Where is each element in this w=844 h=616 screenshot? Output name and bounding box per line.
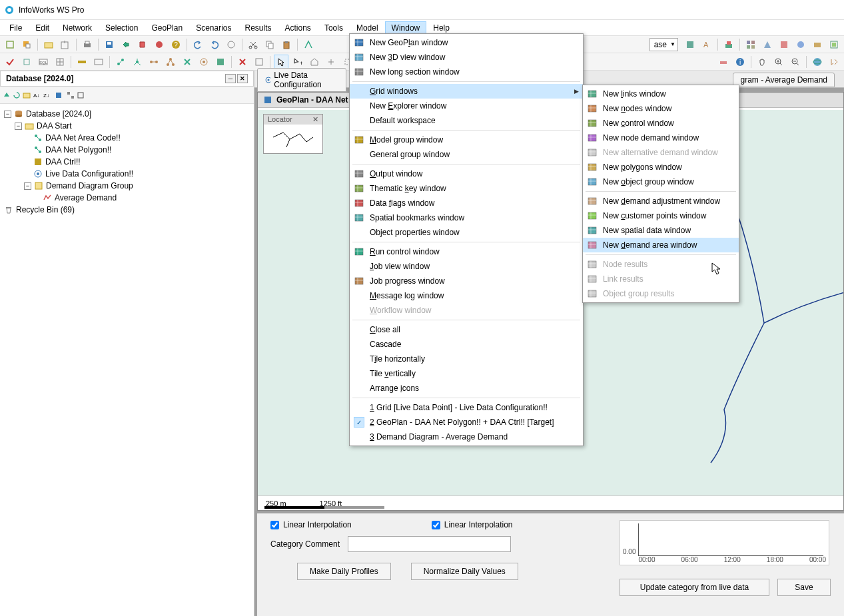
menu-item[interactable]: Message log window <box>350 288 583 303</box>
menu-item[interactable]: Arrange icons <box>350 381 583 396</box>
tool-icon[interactable] <box>324 55 338 69</box>
menu-edit[interactable]: Edit <box>29 21 56 35</box>
tool-icon[interactable] <box>23 91 31 99</box>
menu-item[interactable]: Output window <box>350 166 583 181</box>
zoom-in-icon[interactable] <box>771 55 786 69</box>
linear-interp-1-checkbox[interactable]: Linear Interpolation <box>270 520 352 529</box>
tree-item[interactable]: − Demand Diagram Group <box>4 180 250 192</box>
info-icon[interactable]: i <box>733 55 747 69</box>
menu-item[interactable]: Model group window <box>350 133 583 147</box>
tree-item[interactable]: − Database [2024.0] <box>4 108 250 120</box>
redo-icon[interactable] <box>207 37 222 52</box>
check-icon[interactable] <box>3 55 17 69</box>
help-icon[interactable]: ? <box>169 37 183 52</box>
cut-icon[interactable] <box>246 37 260 52</box>
tool-icon[interactable] <box>119 37 133 52</box>
update-category-button[interactable]: Update category from live data <box>620 579 769 596</box>
menu-item[interactable]: Default workspace <box>350 113 583 128</box>
save-icon[interactable] <box>102 37 117 52</box>
menu-item[interactable]: 3 Demand Diagram - Average Demand <box>350 430 583 444</box>
tree-item[interactable]: DAA Net Polygon!! <box>4 144 250 156</box>
menu-item[interactable]: New GeoPlan window <box>350 35 583 50</box>
panel-close-icon[interactable]: ✕ <box>237 74 248 83</box>
grid-icon[interactable] <box>53 55 67 69</box>
save-button[interactable]: Save <box>777 579 831 596</box>
up-icon[interactable] <box>3 91 11 99</box>
pointer-plus-icon[interactable]: + <box>290 55 305 69</box>
sort-icon[interactable]: A↓ <box>33 91 41 99</box>
node-icon[interactable] <box>130 55 145 69</box>
menu-item[interactable]: New Explorer window <box>350 99 583 113</box>
tree-item[interactable]: DAA Ctrl!! <box>4 156 250 168</box>
menu-file[interactable]: File <box>3 21 29 35</box>
globe-icon[interactable] <box>810 55 825 69</box>
tool-icon[interactable] <box>152 37 167 52</box>
menu-item[interactable]: Job view window <box>350 259 583 274</box>
menu-item[interactable]: Tile horizontally <box>350 352 583 366</box>
tree-item[interactable]: Average Demand <box>4 192 250 204</box>
menu-item[interactable]: Thematic key window <box>350 181 583 196</box>
paste-icon[interactable] <box>279 37 294 52</box>
tool-icon[interactable] <box>19 55 34 69</box>
tree-item[interactable]: − DAA Start <box>4 120 250 132</box>
menu-item[interactable]: New nodes window <box>583 101 739 116</box>
tool-icon[interactable] <box>743 37 758 52</box>
menu-scenarios[interactable]: Scenarios <box>189 21 238 35</box>
tool-icon[interactable] <box>91 55 106 69</box>
menu-results[interactable]: Results <box>238 21 278 35</box>
tool-icon[interactable]: A <box>699 37 714 52</box>
menu-geoplan[interactable]: GeoPlan <box>145 21 189 35</box>
menu-model[interactable]: Model <box>350 21 385 35</box>
menu-item[interactable]: ✓2 GeoPlan - DAA Net Polygon!! + DAA Ctr… <box>350 415 583 430</box>
menu-item[interactable]: New demand area window <box>583 238 739 252</box>
menu-item[interactable]: New links window <box>583 87 739 101</box>
menu-actions[interactable]: Actions <box>278 21 318 35</box>
menu-item[interactable]: 1 Grid [Live Data Point] - Live Data Con… <box>350 400 583 415</box>
sql-icon[interactable]: SQL <box>36 55 51 69</box>
node-icon[interactable] <box>113 55 128 69</box>
menu-item[interactable]: Close all <box>350 322 583 337</box>
tree-item[interactable]: DAA Net Area Code!! <box>4 132 250 144</box>
pointer-icon[interactable] <box>274 55 288 69</box>
menu-network[interactable]: Network <box>56 21 99 35</box>
tool-icon[interactable] <box>55 91 63 99</box>
linear-interp-2-checkbox[interactable]: Linear Interpolation <box>432 520 513 529</box>
tool-icon[interactable] <box>827 55 841 69</box>
delete-icon[interactable] <box>235 55 250 69</box>
tool-icon[interactable] <box>213 55 228 69</box>
menu-item[interactable]: Cascade <box>350 337 583 352</box>
tab-live-data[interactable]: Live Data Configuration <box>257 68 346 92</box>
collapse-icon[interactable]: − <box>24 182 31 190</box>
tool-icon[interactable] <box>224 37 238 52</box>
node-icon[interactable] <box>147 55 161 69</box>
menu-item[interactable]: New customer points window <box>583 208 739 223</box>
zoom-out-icon[interactable] <box>788 55 803 69</box>
tool-icon[interactable] <box>67 91 75 99</box>
tree-item[interactable]: Recycle Bin (69) <box>4 204 250 216</box>
tree-item[interactable]: Live Data Configuration!! <box>4 168 250 180</box>
tool-icon[interactable] <box>58 37 73 52</box>
menu-item[interactable]: New polygons window <box>583 160 739 174</box>
locator-panel[interactable]: Locator ✕ <box>263 114 323 154</box>
menu-item[interactable]: Tile vertically <box>350 366 583 381</box>
menu-help[interactable]: Help <box>426 21 456 35</box>
print-icon[interactable] <box>80 37 95 52</box>
menu-item[interactable]: New spatial data window <box>583 223 739 238</box>
tool-icon[interactable] <box>716 55 731 69</box>
normalize-button[interactable]: Normalize Daily Values <box>411 563 518 580</box>
tool-icon[interactable] <box>75 55 89 69</box>
tool-icon[interactable] <box>777 37 791 52</box>
tool-icon[interactable] <box>683 37 697 52</box>
tool-icon[interactable] <box>197 55 211 69</box>
tool-icon[interactable] <box>77 91 85 99</box>
make-daily-button[interactable]: Make Daily Profiles <box>297 563 391 580</box>
menu-window[interactable]: Window <box>385 21 427 35</box>
tool-icon[interactable] <box>135 37 150 52</box>
menu-item[interactable]: New control window <box>583 116 739 131</box>
dropdown-partial[interactable]: ase▼ <box>649 38 678 51</box>
menu-tools[interactable]: Tools <box>318 21 350 35</box>
copy-icon[interactable] <box>262 37 277 52</box>
sort-icon[interactable]: Z↓ <box>43 91 51 99</box>
refresh-icon[interactable] <box>13 91 21 99</box>
menu-item[interactable]: New node demand window <box>583 131 739 145</box>
